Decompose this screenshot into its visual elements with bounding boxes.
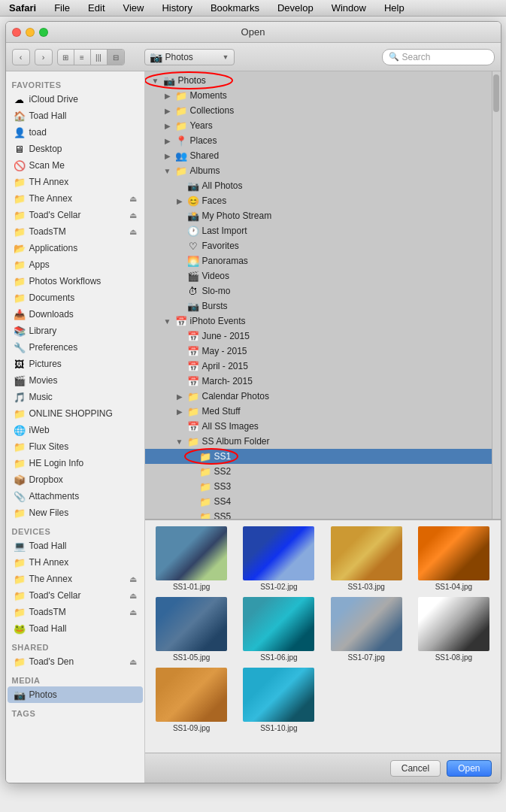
sidebar-item-movies[interactable]: 🎬 Movies [8,372,143,389]
photo-thumb-ss1-05[interactable]: SS1-05.jpg [151,597,232,662]
menu-edit[interactable]: Edit [85,1,108,15]
menu-view[interactable]: View [120,1,147,15]
file-item-may-2015[interactable]: 📅 May - 2015 [145,344,501,359]
sidebar-item-toad[interactable]: 👤 toad [8,124,143,141]
file-item-panoramas[interactable]: 🌅 Panoramas [145,253,501,268]
eject-toads-den-icon[interactable]: ⏏ [129,657,137,667]
open-button[interactable]: Open [447,760,491,777]
photo-thumb-ss1-01[interactable]: SS1-01.jpg [151,526,232,591]
sidebar-item-downloads[interactable]: 📥 Downloads [8,306,143,323]
file-item-slo-mo[interactable]: ⏱ Slo-mo [145,283,501,298]
menu-history[interactable]: History [159,1,195,15]
view-list-button[interactable]: ≡ [74,50,91,65]
eject-toads-cellar-icon[interactable]: ⏏ [129,211,137,220]
sidebar-item-iweb[interactable]: 🌐 iWeb [8,422,143,438]
file-browser[interactable]: ▼ 📷 Photos ▶ 📁 Moments ▶ [145,71,501,520]
file-item-april-2015[interactable]: 📅 April - 2015 [145,359,501,374]
file-item-shared[interactable]: ▶ 👥 Shared [145,148,501,163]
menu-bookmarks[interactable]: Bookmarks [208,1,262,15]
sidebar-item-dev-toad-hall[interactable]: 💻 Toad Hall [8,538,143,554]
scrollbar-thumb[interactable] [493,74,499,112]
file-item-iphoto-events[interactable]: ▼ 📅 iPhoto Events [145,314,501,329]
file-item-all-photos[interactable]: 📷 All Photos [145,178,501,193]
sidebar-item-library[interactable]: 📚 Library [8,323,143,339]
file-item-ss2[interactable]: 📁 SS2 [145,464,501,479]
sidebar-item-apps[interactable]: 📁 Apps [8,256,143,273]
file-item-ss3[interactable]: 📁 SS3 [145,479,501,494]
sidebar-item-photos-media[interactable]: 📷 Photos [8,686,143,703]
file-item-last-import[interactable]: 🕐 Last Import [145,223,501,238]
file-item-places[interactable]: ▶ 📍 Places [145,133,501,148]
file-item-years[interactable]: ▶ 📁 Years [145,118,501,133]
sidebar-item-desktop[interactable]: 🖥 Desktop [8,141,143,157]
menu-window[interactable]: Window [329,1,369,15]
file-item-albums[interactable]: ▼ 📁 Albums [145,163,501,178]
sidebar-item-flux-sites[interactable]: 📁 Flux Sites [8,438,143,455]
file-item-june-2015[interactable]: 📅 June - 2015 [145,329,501,344]
sidebar-item-online-shopping[interactable]: 📁 ONLINE SHOPPING [8,405,143,422]
file-item-march-2015[interactable]: 📅 March- 2015 [145,374,501,389]
file-item-ss5[interactable]: 📁 SS5 [145,509,501,520]
menu-develop[interactable]: Develop [274,1,317,15]
sidebar-item-dropbox[interactable]: 📦 Dropbox [8,471,143,488]
file-item-ss4[interactable]: 📁 SS4 [145,494,501,509]
sidebar-item-dev-the-annex[interactable]: 📁 The Annex ⏏ [8,571,143,587]
sidebar-item-dev-toad-hall2[interactable]: 🐸 Toad Hall [8,620,143,637]
file-item-moments[interactable]: ▶ 📁 Moments [145,88,501,103]
file-item-calendar-photos[interactable]: ▶ 📁 Calendar Photos [145,389,501,404]
sidebar-item-music[interactable]: 🎵 Music [8,389,143,405]
sidebar-item-scan[interactable]: 🚫 Scan Me [8,157,143,174]
sidebar-item-the-annex[interactable]: 📁 The Annex ⏏ [8,190,143,207]
sidebar-item-applications[interactable]: 📂 Applications [8,240,143,256]
menu-help[interactable]: Help [381,1,408,15]
file-item-ss1[interactable]: 📁 SS1 [145,449,501,464]
minimize-button[interactable] [26,28,35,37]
sidebar-item-toad-hall[interactable]: 🏠 Toad Hall [8,108,143,124]
menu-safari[interactable]: Safari [6,1,39,15]
sidebar-item-toads-den[interactable]: 📁 Toad's Den ⏏ [8,653,143,670]
photo-thumb-ss1-08[interactable]: SS1-08.jpg [413,597,494,662]
view-column-button[interactable]: ||| [91,50,108,65]
back-button[interactable]: ‹ [12,49,30,65]
file-item-videos[interactable]: 🎬 Videos [145,268,501,283]
eject-the-annex-icon[interactable]: ⏏ [129,194,137,204]
photo-thumb-ss1-02[interactable]: SS1-02.jpg [238,526,320,591]
photo-thumb-ss1-10[interactable]: SS1-10.jpg [238,668,320,732]
photo-thumb-ss1-09[interactable]: SS1-09.jpg [151,668,232,732]
menu-file[interactable]: File [51,1,73,15]
close-button[interactable] [12,28,21,37]
sidebar-item-new-files[interactable]: 📁 New Files [8,504,143,521]
sidebar-item-documents[interactable]: 📁 Documents [8,289,143,306]
view-icon-button[interactable]: ⊞ [58,50,74,65]
sidebar-item-he-login[interactable]: 📁 HE Login Info [8,455,143,471]
file-item-bursts[interactable]: 📷 Bursts [145,298,501,314]
file-item-med-stuff[interactable]: ▶ 📁 Med Stuff [145,404,501,419]
scrollbar[interactable] [492,71,501,519]
sidebar-item-attachments[interactable]: 📎 Attachments [8,488,143,504]
sidebar-item-toads-cellar[interactable]: 📁 Toad's Cellar ⏏ [8,207,143,223]
file-item-faces[interactable]: ▶ 😊 Faces [145,193,501,208]
eject-dev-the-annex-icon[interactable]: ⏏ [129,574,137,584]
sidebar-item-dev-toads-cellar[interactable]: 📁 Toad's Cellar ⏏ [8,587,143,604]
sidebar-item-th-annex[interactable]: 📁 TH Annex [8,174,143,190]
eject-toadstm-icon[interactable]: ⏏ [129,227,137,237]
file-item-my-photo-stream[interactable]: 📸 My Photo Stream [145,208,501,223]
sidebar-item-preferences[interactable]: 🔧 Preferences [8,339,143,356]
path-dropdown[interactable]: 📷 Photos ▼ [144,49,235,65]
file-item-all-ss-images[interactable]: 📅 All SS Images [145,419,501,434]
eject-dev-toads-cellar-icon[interactable]: ⏏ [129,591,137,601]
file-item-favorites[interactable]: ♡ Favorites [145,238,501,253]
sidebar-item-dev-toadstm[interactable]: 📁 ToadsTM ⏏ [8,604,143,620]
eject-dev-toadstm-icon[interactable]: ⏏ [129,607,137,617]
file-item-collections[interactable]: ▶ 📁 Collections [145,103,501,118]
forward-button[interactable]: › [35,49,53,65]
sidebar-item-dev-th-annex[interactable]: 📁 TH Annex [8,554,143,571]
search-box[interactable]: 🔍 Search [382,49,495,65]
view-cover-button[interactable]: ⊟ [108,50,124,65]
photo-thumb-ss1-07[interactable]: SS1-07.jpg [326,597,407,662]
photo-thumb-ss1-04[interactable]: SS1-04.jpg [413,526,494,591]
file-item-photos-root[interactable]: ▼ 📷 Photos [145,73,501,88]
sidebar-item-toadstm[interactable]: 📁 ToadsTM ⏏ [8,223,143,240]
cancel-button[interactable]: Cancel [390,760,441,777]
maximize-button[interactable] [39,28,48,37]
